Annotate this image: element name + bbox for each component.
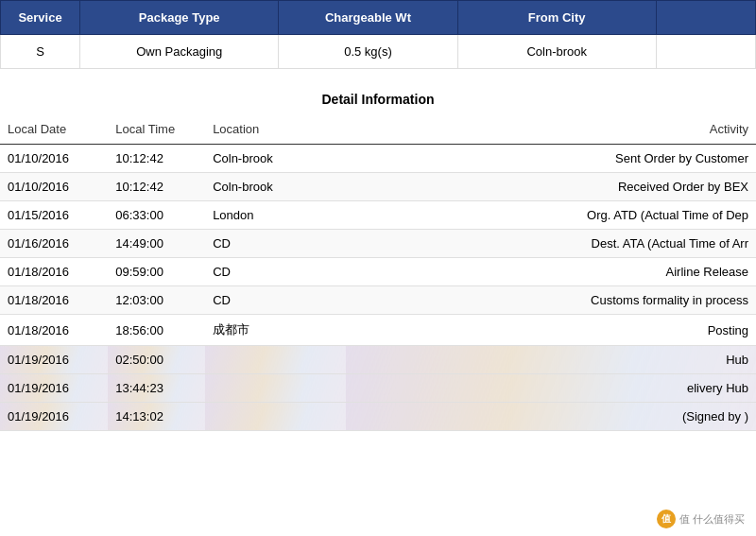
cell-date: 01/18/2016	[0, 286, 108, 315]
cell-date: 01/10/2016	[0, 173, 108, 201]
cell-activity: Received Order by BEX	[346, 173, 756, 201]
cell-date: 01/19/2016	[0, 374, 108, 403]
cell-location: CD	[205, 230, 346, 258]
footer-text: 值 什么值得买	[679, 512, 745, 527]
cell-location: CD	[205, 258, 346, 286]
cell-time: 02:50:00	[108, 346, 205, 374]
detail-title: Detail Information	[0, 84, 756, 114]
cell-location: 成都市	[205, 315, 346, 346]
cell-date: 01/10/2016	[0, 145, 108, 173]
cell-activity: elivery Hub	[346, 374, 756, 403]
footer-icon: 值	[657, 510, 676, 528]
cell-from-city: Coln-brook	[457, 35, 656, 69]
cell-date: 01/15/2016	[0, 201, 108, 230]
cell-time: 10:12:42	[108, 173, 205, 201]
detail-row: 01/10/201610:12:42Coln-brookReceived Ord…	[0, 173, 756, 201]
header-local-time: Local Time	[108, 114, 205, 145]
cell-location	[205, 403, 346, 431]
cell-location	[205, 346, 346, 374]
detail-row: 01/19/201614:13:02(Signed by )	[0, 403, 756, 431]
detail-row: 01/19/201613:44:23elivery Hub	[0, 374, 756, 403]
cell-activity: Hub	[346, 346, 756, 374]
header-extra	[656, 1, 755, 35]
detail-row: 01/18/201618:56:00成都市Posting	[0, 315, 756, 346]
header-chargeable-wt: Chargeable Wt	[279, 1, 457, 35]
cell-time: 12:03:00	[108, 286, 205, 315]
summary-row: S Own Packaging 0.5 kg(s) Coln-brook	[1, 35, 756, 69]
header-local-date: Local Date	[0, 114, 108, 145]
detail-row: 01/10/201610:12:42Coln-brookSent Order b…	[0, 145, 756, 173]
cell-time: 18:56:00	[108, 315, 205, 346]
cell-location: CD	[205, 286, 346, 315]
cell-time: 09:59:00	[108, 258, 205, 286]
detail-section: Detail Information Local Date Local Time…	[0, 84, 756, 431]
cell-activity: (Signed by )	[346, 403, 756, 431]
cell-activity: Dest. ATA (Actual Time of Arr	[346, 230, 756, 258]
cell-date: 01/18/2016	[0, 315, 108, 346]
header-service: Service	[1, 1, 80, 35]
footer-bar: 值 值 什么值得买	[657, 510, 745, 528]
detail-row: 01/19/201602:50:00Hub	[0, 346, 756, 374]
cell-service: S	[1, 35, 80, 69]
cell-activity: Sent Order by Customer	[346, 145, 756, 173]
cell-time: 06:33:00	[108, 201, 205, 230]
detail-row: 01/15/201606:33:00LondonOrg. ATD (Actual…	[0, 201, 756, 230]
cell-date: 01/16/2016	[0, 230, 108, 258]
header-activity: Activity	[346, 114, 756, 145]
cell-activity: Customs formality in process	[346, 286, 756, 315]
cell-chargeable-wt: 0.5 kg(s)	[279, 35, 457, 69]
detail-row: 01/18/201609:59:00CDAirline Release	[0, 258, 756, 286]
cell-location: London	[205, 201, 346, 230]
detail-row: 01/18/201612:03:00CDCustoms formality in…	[0, 286, 756, 315]
summary-table: Service Package Type Chargeable Wt From …	[0, 0, 756, 69]
cell-extra	[656, 35, 755, 69]
cell-time: 13:44:23	[108, 374, 205, 403]
cell-activity: Org. ATD (Actual Time of Dep	[346, 201, 756, 230]
header-location: Location	[205, 114, 346, 145]
cell-activity: Airline Release	[346, 258, 756, 286]
cell-location: Coln-brook	[205, 145, 346, 173]
cell-activity: Posting	[346, 315, 756, 346]
cell-time: 10:12:42	[108, 145, 205, 173]
detail-row: 01/16/201614:49:00CDDest. ATA (Actual Ti…	[0, 230, 756, 258]
cell-time: 14:13:02	[108, 403, 205, 431]
cell-date: 01/18/2016	[0, 258, 108, 286]
cell-package-type: Own Packaging	[80, 35, 279, 69]
detail-table: Local Date Local Time Location Activity …	[0, 114, 756, 431]
cell-location	[205, 374, 346, 403]
cell-date: 01/19/2016	[0, 346, 108, 374]
cell-time: 14:49:00	[108, 230, 205, 258]
header-from-city: From City	[457, 1, 656, 35]
header-package-type: Package Type	[80, 1, 279, 35]
cell-date: 01/19/2016	[0, 403, 108, 431]
cell-location: Coln-brook	[205, 173, 346, 201]
